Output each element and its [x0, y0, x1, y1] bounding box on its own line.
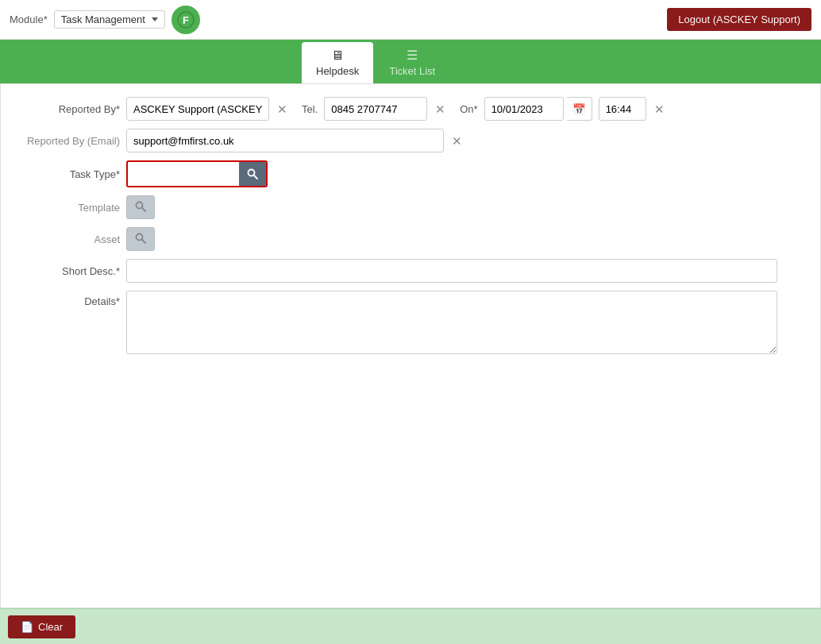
- reported-by-label: Reported By*: [17, 103, 120, 115]
- template-label: Template: [17, 202, 120, 214]
- form-area: Reported By* ✕ Tel. ✕ On* 📅 ✕ Reported B…: [1, 84, 820, 375]
- asset-search-button[interactable]: [126, 227, 155, 251]
- reported-by-row: Reported By* ✕ Tel. ✕ On* 📅 ✕: [17, 97, 804, 121]
- svg-text:F: F: [183, 14, 189, 26]
- template-search-icon: [135, 201, 146, 214]
- app-logo: F: [172, 6, 200, 34]
- clear-doc-icon: 📄: [21, 621, 33, 633]
- logout-button[interactable]: Logout (ASCKEY Support): [667, 8, 811, 31]
- task-type-input[interactable]: [128, 162, 239, 186]
- on-label: On*: [460, 103, 477, 115]
- module-select-text: Task Management: [61, 13, 145, 25]
- tel-label: Tel.: [302, 103, 318, 115]
- task-type-label: Task Type*: [17, 168, 120, 180]
- svg-line-7: [142, 239, 146, 243]
- top-bar: Module* Task Management F Logout (ASCKEY…: [0, 0, 821, 40]
- date-input[interactable]: [484, 97, 564, 121]
- details-row: Details*: [17, 291, 804, 354]
- reported-by-input[interactable]: [126, 97, 269, 121]
- asset-search-icon: [135, 233, 146, 246]
- email-row: Reported By (Email) ✕: [17, 129, 804, 152]
- details-label: Details*: [17, 295, 120, 307]
- clear-button-label: Clear: [38, 621, 63, 633]
- task-type-container: [126, 160, 268, 187]
- svg-line-5: [142, 207, 146, 211]
- template-row: Template: [17, 195, 804, 219]
- asset-row: Asset: [17, 227, 804, 251]
- task-type-search-button[interactable]: [239, 162, 266, 186]
- tel-input[interactable]: [324, 97, 427, 121]
- email-label: Reported By (Email): [17, 135, 120, 147]
- chevron-down-icon: [152, 17, 158, 21]
- bottom-bar: 📄 Clear: [0, 608, 821, 644]
- email-clear-button[interactable]: ✕: [450, 135, 464, 147]
- details-textarea[interactable]: [126, 291, 777, 354]
- time-clear-button[interactable]: ✕: [653, 103, 666, 115]
- template-search-button[interactable]: [126, 195, 155, 219]
- time-input[interactable]: [599, 97, 646, 121]
- tab-ticket-list[interactable]: ☰ Ticket List: [375, 41, 449, 83]
- short-desc-label: Short Desc.*: [17, 265, 120, 277]
- main-content: Reported By* ✕ Tel. ✕ On* 📅 ✕ Reported B…: [0, 83, 821, 608]
- task-type-row: Task Type*: [17, 160, 804, 187]
- nav-bar: 🖥 Helpdesk ☰ Ticket List: [0, 40, 821, 83]
- clear-button[interactable]: 📄 Clear: [8, 615, 75, 638]
- task-type-search-icon: [247, 168, 258, 179]
- ticketlist-icon: ☰: [407, 48, 418, 63]
- calendar-button[interactable]: 📅: [567, 97, 592, 121]
- svg-line-3: [254, 175, 258, 179]
- tab-helpdesk[interactable]: 🖥 Helpdesk: [302, 42, 373, 83]
- top-bar-left: Module* Task Management F: [10, 6, 200, 34]
- tab-helpdesk-label: Helpdesk: [316, 65, 359, 77]
- email-input[interactable]: [126, 129, 444, 152]
- tab-ticket-list-label: Ticket List: [389, 65, 435, 77]
- tel-clear-button[interactable]: ✕: [434, 103, 447, 115]
- module-label: Module*: [10, 13, 48, 25]
- reported-by-clear-button[interactable]: ✕: [276, 103, 289, 115]
- module-dropdown[interactable]: Task Management: [54, 10, 165, 29]
- asset-label: Asset: [17, 233, 120, 245]
- helpdesk-icon: 🖥: [331, 48, 344, 63]
- short-desc-input[interactable]: [126, 259, 777, 283]
- short-desc-row: Short Desc.*: [17, 259, 804, 283]
